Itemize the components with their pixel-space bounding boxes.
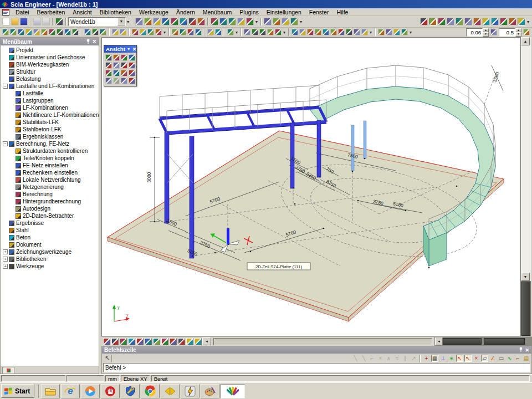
snap-intersection-icon[interactable]: × <box>377 355 384 362</box>
clip-paste-all-icon[interactable] <box>195 29 202 35</box>
tree-item-struktur[interactable]: Struktur <box>3 68 99 75</box>
document-icon[interactable] <box>246 18 254 25</box>
document-icon[interactable] <box>2 9 9 16</box>
snap-endpoint-icon[interactable]: ╲ <box>352 355 359 362</box>
element-label[interactable]: 2D-Teil S74-Platte (111) <box>247 263 310 270</box>
horizontal-scrollbar[interactable]: ◂ <box>434 337 532 346</box>
pin-icon[interactable] <box>519 347 523 353</box>
menu-hilfe[interactable]: Hilfe <box>332 8 352 16</box>
clip-copy-icon[interactable] <box>172 29 178 35</box>
clip-box-icon[interactable] <box>121 78 127 84</box>
magnet-icon[interactable] <box>92 29 99 35</box>
surface-icon[interactable] <box>447 18 454 25</box>
tree-item-projekt[interactable]: Projekt <box>3 47 99 54</box>
table-display-icon[interactable] <box>195 338 202 345</box>
snap-curve-icon[interactable]: ∿ <box>506 355 513 362</box>
tree-panel-header[interactable]: Menübaum ✕ <box>1 38 99 45</box>
tree-item-beton[interactable]: Beton <box>3 234 99 241</box>
members-icon[interactable] <box>162 18 170 25</box>
command-panel-header[interactable]: Befehlszeile ✕ <box>102 346 531 354</box>
toolbar-overflow-icon[interactable]: ▾ <box>526 19 530 24</box>
view-settings-icon[interactable] <box>197 18 205 25</box>
node-icon[interactable] <box>330 29 337 35</box>
expand-plus-icon[interactable]: + <box>3 264 8 269</box>
snap-extension-icon[interactable]: ↗ <box>410 355 417 362</box>
snap-midpoint-icon[interactable]: ╲ <box>360 355 367 362</box>
redo-icon[interactable] <box>42 18 50 25</box>
plate-icon[interactable] <box>307 29 314 35</box>
tree-item-werkzeuge[interactable]: +Werkzeuge <box>3 263 99 270</box>
expand-minus-icon[interactable]: − <box>3 84 8 89</box>
beam-icon[interactable] <box>291 29 298 35</box>
update-icon[interactable] <box>153 18 161 25</box>
clip-paste-icon[interactable] <box>180 29 186 35</box>
snap-cross-icon[interactable]: × <box>473 355 480 362</box>
project-manager-icon[interactable] <box>55 18 63 25</box>
supports-icon[interactable] <box>180 18 187 25</box>
move-icon[interactable] <box>132 29 139 35</box>
opening-icon[interactable] <box>323 29 329 35</box>
expand-minus-icon[interactable]: − <box>3 141 8 146</box>
film-icon[interactable] <box>170 338 177 345</box>
tree-item-autodesign[interactable]: Autodesign <box>9 205 99 212</box>
save-view-icon[interactable] <box>378 29 385 35</box>
show-supports-icon[interactable] <box>509 18 516 25</box>
tree-item-bim-werkzeugkasten[interactable]: BIM-Werkzeugkasten <box>3 61 99 68</box>
move-ucs-icon[interactable] <box>145 338 152 345</box>
tree-item-zeichnungswerkzeuge[interactable]: +Zeichnungswerkzeuge <box>3 248 99 255</box>
spin-large-value[interactable]: 0.5 <box>499 28 515 37</box>
tree-item-lastgruppen[interactable]: Lastgruppen <box>9 97 99 104</box>
tree-item-stahlbeton-lfk[interactable]: Stahlbeton-LFK <box>9 126 99 133</box>
toolbar-overflow-icon[interactable]: ▾ <box>234 30 239 35</box>
chart-icon[interactable] <box>178 338 185 345</box>
toolbar-overflow-icon[interactable]: ▾ <box>369 30 373 35</box>
menu-datei[interactable]: Datei <box>12 8 33 16</box>
spin-down-icon[interactable]: ▼ <box>515 32 521 37</box>
xml-io-icon[interactable] <box>144 18 152 25</box>
paperspace-gallery-icon[interactable] <box>237 18 245 25</box>
start-button[interactable]: Start <box>1 384 34 398</box>
tree-item-ergebnisklassen[interactable]: Ergebnisklassen <box>9 133 99 140</box>
link-parts-icon[interactable] <box>103 338 110 345</box>
ansicht-header[interactable]: Ansicht ▼ ✕ <box>104 45 136 53</box>
sel-load-icon[interactable] <box>25 29 32 35</box>
snap-edge-icon[interactable]: ↖ <box>464 355 472 362</box>
view-manager-icon[interactable] <box>113 78 120 84</box>
vertical-scroll-thumb-track[interactable] <box>521 281 531 336</box>
spin-down-icon[interactable]: ▼ <box>483 32 489 37</box>
job-icon[interactable] <box>135 18 143 25</box>
volume-icon[interactable] <box>456 18 463 25</box>
taskbar-winamp-icon[interactable] <box>181 384 200 398</box>
spin-small[interactable]: 0.06▲▼ <box>466 28 489 37</box>
menu-plugins[interactable]: Plugins <box>236 8 262 16</box>
taskbar-media-player-icon[interactable] <box>81 384 100 398</box>
volume-edges-icon[interactable] <box>464 18 472 25</box>
selected-member[interactable] <box>227 228 229 245</box>
toolbar-overflow-icon[interactable]: ▾ <box>254 19 259 24</box>
taskbar-explorer-folder-icon[interactable] <box>41 384 60 398</box>
grid-display-icon[interactable] <box>186 338 193 345</box>
hinge-icon[interactable] <box>346 29 352 35</box>
loads-icon[interactable] <box>171 18 178 25</box>
show-labels-icon[interactable] <box>518 18 525 25</box>
snap-points-icon[interactable]: ∗ <box>448 355 455 362</box>
point-load-icon[interactable] <box>354 29 360 35</box>
units-indicator[interactable]: mm <box>105 375 120 382</box>
tree-item-netzgenerierung[interactable]: Netzgenerierung <box>9 183 99 191</box>
tree-item-hintergrundberechnung[interactable]: Hintergrundberechnung <box>9 198 99 205</box>
spin-small-value[interactable]: 0.06 <box>466 28 483 37</box>
bill-of-material-icon[interactable] <box>273 18 280 25</box>
menu-fenster[interactable]: Fenster <box>305 8 333 16</box>
wizard-icon[interactable] <box>227 29 234 35</box>
render-window-icon[interactable] <box>129 78 135 84</box>
tree-item-berechnung[interactable]: Berechnung <box>9 191 99 198</box>
print-preview-icon[interactable] <box>219 18 227 25</box>
snap-parallel-icon[interactable]: ∥ <box>402 355 409 362</box>
tree-item-teile-knoten-koppeln[interactable]: Teile/Knoten koppeln <box>9 155 99 162</box>
line-load-icon[interactable] <box>361 29 368 35</box>
transparent-icon[interactable] <box>482 18 490 25</box>
support-icon[interactable] <box>338 29 345 35</box>
save-icon[interactable] <box>20 18 28 25</box>
close-icon[interactable]: ✕ <box>132 47 137 52</box>
scissors-icon[interactable] <box>215 29 222 35</box>
